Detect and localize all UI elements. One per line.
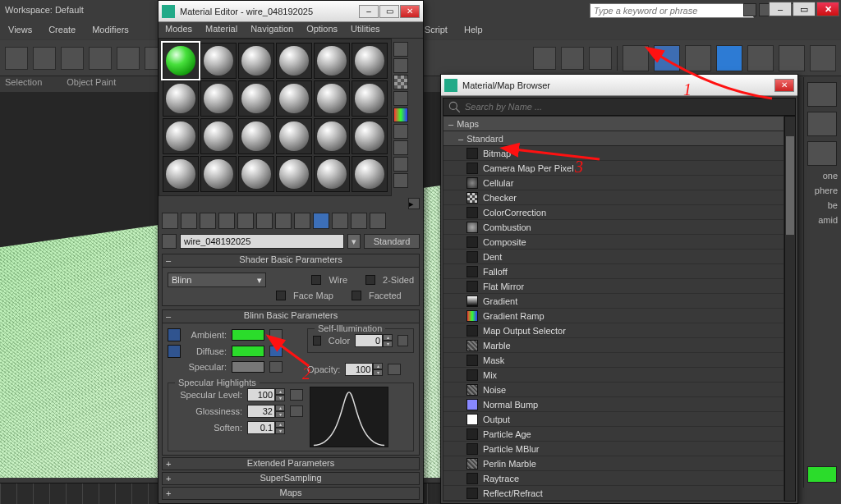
rollout-maps[interactable]: +Maps (162, 487, 420, 500)
sample-slot[interactable] (352, 118, 388, 154)
map-item[interactable]: Raytrace (443, 471, 784, 486)
toolbar-schematic-icon[interactable] (654, 45, 680, 71)
spec-level-map-button[interactable] (290, 389, 303, 401)
map-item[interactable]: Gradient (443, 294, 784, 309)
glossiness-input[interactable] (247, 405, 275, 418)
toolbar-material-editor-icon[interactable] (716, 45, 742, 71)
me-menu-navigation[interactable]: Navigation (244, 22, 300, 38)
map-item[interactable]: Output (443, 412, 784, 427)
main-minimize-button[interactable]: – (769, 2, 792, 16)
put-to-scene-icon[interactable] (181, 213, 197, 229)
sample-slot[interactable] (352, 43, 388, 79)
toolbar-dope-icon[interactable] (685, 45, 711, 71)
toolbar-curve-editor-icon[interactable] (623, 45, 649, 71)
map-item[interactable]: Dent (443, 250, 784, 264)
mat-slot-icon[interactable] (393, 173, 408, 188)
map-item[interactable]: Reflect/Refract (443, 486, 784, 501)
map-item[interactable]: Particle Age (443, 427, 784, 442)
face-map-checkbox[interactable] (276, 291, 286, 300)
me-menu-utilities[interactable]: Utilities (344, 22, 386, 38)
self-illum-map-button[interactable] (398, 335, 408, 346)
video-check-icon[interactable] (393, 108, 408, 122)
sample-slot[interactable] (314, 118, 350, 154)
map-item[interactable]: Marble (443, 338, 784, 353)
keyword-search-input[interactable] (590, 3, 754, 18)
sample-slot[interactable] (276, 156, 312, 192)
pick-material-icon[interactable] (162, 234, 177, 249)
self-illum-color-checkbox[interactable] (313, 336, 321, 346)
main-close-button[interactable]: ✕ (816, 2, 839, 16)
sample-slot[interactable] (238, 156, 274, 192)
opacity-input[interactable] (345, 363, 373, 376)
diffuse-spec-lock-icon[interactable] (168, 345, 181, 358)
menu-modifiers[interactable]: Modifiers (84, 23, 137, 39)
sample-slot[interactable] (163, 43, 199, 79)
specular-level-input[interactable] (247, 388, 275, 401)
specular-color-swatch[interactable] (232, 361, 264, 373)
map-item[interactable]: Combustion (443, 220, 784, 235)
make-copy-icon[interactable] (237, 213, 254, 229)
sample-slot[interactable] (200, 118, 237, 154)
workspace-selector[interactable]: Workspace: Default (5, 5, 84, 15)
sample-slot[interactable] (314, 43, 350, 79)
toolbar-mirror-icon[interactable] (533, 47, 556, 70)
sample-slot[interactable] (200, 156, 237, 192)
sample-slot[interactable] (238, 43, 274, 79)
me-maximize-button[interactable]: ▭ (379, 5, 399, 18)
material-name-input[interactable] (180, 234, 344, 249)
help-star-icon[interactable] (743, 3, 756, 16)
sample-slot[interactable] (200, 80, 237, 117)
me-menu-material[interactable]: Material (199, 22, 244, 38)
reset-map-icon[interactable] (218, 213, 235, 229)
specular-map-button[interactable] (269, 361, 283, 373)
map-item[interactable]: Bitmap (443, 146, 784, 161)
ambient-color-swatch[interactable] (232, 329, 264, 341)
diffuse-color-swatch[interactable] (232, 346, 264, 357)
me-minimize-button[interactable]: – (359, 5, 379, 18)
ambient-map-button[interactable] (269, 329, 283, 341)
subtool-selection[interactable]: Selection (5, 77, 42, 87)
toolbar-render-setup-icon[interactable] (747, 45, 774, 71)
mat-id-icon[interactable] (294, 213, 310, 229)
me-menu-modes[interactable]: Modes (159, 22, 199, 38)
menu-help[interactable]: Help (456, 23, 491, 39)
menu-create[interactable]: Create (40, 23, 84, 39)
sample-slot[interactable] (163, 156, 199, 192)
map-item[interactable]: Falloff (443, 264, 784, 279)
sample-slot[interactable] (163, 118, 199, 154)
subtool-object-paint[interactable]: Object Paint (67, 77, 116, 87)
toolbar-btn[interactable] (61, 47, 84, 70)
mmb-scrollbar[interactable] (784, 116, 796, 502)
sample-slot[interactable] (352, 80, 388, 117)
sample-type-icon[interactable] (393, 42, 408, 57)
sample-slot[interactable] (352, 156, 388, 192)
wire-checkbox[interactable] (311, 275, 321, 285)
map-item[interactable]: Mask (443, 353, 784, 368)
main-maximize-button[interactable]: ▭ (793, 2, 816, 16)
make-preview-icon[interactable] (393, 124, 408, 139)
sample-slot[interactable] (276, 80, 312, 117)
rollout-supersampling[interactable]: +SuperSampling (162, 472, 420, 485)
map-item[interactable]: ColorCorrection (443, 205, 784, 220)
backlight-icon[interactable] (393, 58, 408, 73)
sample-slot[interactable] (314, 156, 350, 192)
mmb-group-maps[interactable]: –Maps (443, 117, 784, 131)
gloss-map-button[interactable] (290, 405, 303, 417)
go-parent-icon[interactable] (351, 213, 367, 229)
map-item[interactable]: Perlin Marble (443, 456, 784, 471)
sample-slot[interactable] (163, 80, 199, 117)
cmd-tab[interactable] (807, 112, 837, 136)
background-icon[interactable] (393, 75, 408, 89)
sample-slot[interactable] (238, 118, 274, 154)
toolbar-btn[interactable] (117, 47, 140, 70)
sample-slot[interactable] (314, 80, 350, 117)
map-item[interactable]: Gradient Ramp (443, 309, 784, 323)
sample-slot[interactable] (200, 43, 237, 79)
material-name-dropdown[interactable]: ▾ (347, 234, 361, 249)
map-item[interactable]: Map Output Selector (443, 323, 784, 338)
uv-tile-icon[interactable] (393, 91, 408, 106)
menu-views[interactable]: Views (0, 23, 40, 39)
soften-input[interactable] (247, 421, 275, 434)
two-sided-checkbox[interactable] (365, 275, 375, 285)
map-item[interactable]: Mix (443, 368, 784, 383)
